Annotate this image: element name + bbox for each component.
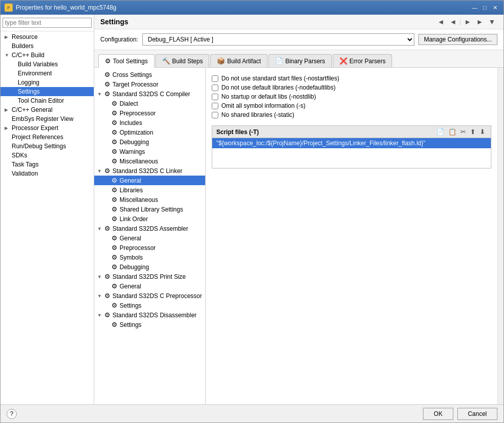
tool-item-label-miscellaneous: Miscellaneous: [120, 158, 158, 165]
sidebar-item-logging[interactable]: Logging: [1, 78, 94, 87]
tool-item-std_s32ds_print_size[interactable]: ▼⚙Standard S32DS Print Size: [94, 272, 205, 281]
tool-item-settings[interactable]: ⚙Settings: [94, 301, 205, 310]
sidebar-item-c_cpp_build[interactable]: ▼C/C++ Build: [1, 51, 94, 60]
tool-item-label-dialect: Dialect: [120, 100, 138, 107]
menu-button[interactable]: ▼: [486, 17, 497, 27]
scrollbar[interactable]: [497, 68, 503, 404]
tool-item-includes[interactable]: ⚙Includes: [94, 118, 205, 128]
ok-button[interactable]: OK: [423, 408, 453, 420]
checkbox-0[interactable]: [212, 75, 218, 82]
sidebar-item-validation[interactable]: Validation: [1, 169, 94, 178]
tool-item-miscellaneous2[interactable]: ⚙Miscellaneous: [94, 195, 205, 204]
left-panel: ▶ResourceBuilders▼C/C++ BuildBuild Varia…: [1, 15, 94, 404]
tool-item-label-debugging2: Debugging: [120, 264, 149, 271]
tool-item-debugging[interactable]: ⚙Debugging: [94, 137, 205, 147]
tool-item-target_processor[interactable]: ⚙Target Processor: [94, 79, 205, 89]
forward-button[interactable]: ►: [462, 17, 473, 27]
config-select[interactable]: Debug_FLASH [ Active ]: [142, 33, 414, 46]
tree-arrow-c_cpp_general: ▶: [5, 107, 10, 112]
sidebar-item-label: Validation: [12, 170, 38, 177]
settings-header: Settings: [100, 18, 128, 26]
tool-item-cross_settings[interactable]: ⚙Cross Settings: [94, 70, 205, 79]
sidebar-item-embsys[interactable]: EmbSys Register View: [1, 114, 94, 123]
close-button[interactable]: ✕: [490, 3, 499, 12]
sidebar-item-build_variables[interactable]: Build Variables: [1, 60, 94, 69]
sidebar-item-run_debug[interactable]: Run/Debug Settings: [1, 142, 94, 151]
checkbox-label-4: No shared libraries (-static): [221, 111, 294, 118]
sidebar-item-sdks[interactable]: SDKs: [1, 151, 94, 160]
tool-icon-std_s32ds_c_compiler: ⚙: [104, 90, 110, 98]
tool-item-general[interactable]: ⚙General: [94, 176, 205, 185]
checkbox-label-1: Do not use default libraries (-nodefault…: [221, 84, 335, 91]
manage-configurations-button[interactable]: Manage Configurations...: [418, 34, 497, 45]
tool-item-symbols[interactable]: ⚙Symbols: [94, 252, 205, 262]
tool-icon-std_s32ds_c_linker: ⚙: [104, 167, 110, 175]
script-tool-btn-4[interactable]: ⬇: [478, 128, 487, 136]
tab-build_steps[interactable]: 🔨Build Steps: [156, 54, 210, 67]
tool-item-std_s32ds_disassembler[interactable]: ▼⚙Standard S32DS Disassembler: [94, 310, 205, 320]
sidebar-item-builders[interactable]: Builders: [1, 41, 94, 51]
tool-item-settings2[interactable]: ⚙Settings: [94, 320, 205, 329]
tool-item-std_s32ds_c_compiler[interactable]: ▼⚙Standard S32DS C Compiler: [94, 89, 205, 99]
sidebar-item-settings[interactable]: Settings: [1, 87, 94, 96]
tab-build_artifact[interactable]: 📦Build Artifact: [210, 54, 267, 67]
tool-item-debugging2[interactable]: ⚙Debugging: [94, 262, 205, 272]
tool-icon-std_s32ds_print_size: ⚙: [104, 273, 110, 280]
tool-tree: ⚙Cross Settings⚙Target Processor▼⚙Standa…: [94, 68, 206, 404]
sidebar-item-c_cpp_general[interactable]: ▶C/C++ General: [1, 105, 94, 114]
tool-item-link_order[interactable]: ⚙Link Order: [94, 214, 205, 224]
tool-item-label-std_s32ds_print_size: Standard S32DS Print Size: [112, 273, 186, 280]
script-tool-btn-1[interactable]: 📋: [447, 128, 458, 136]
window-title: Properties for hello_world_mpc5748g: [16, 4, 117, 11]
script-tool-btn-2[interactable]: ✂: [459, 128, 468, 136]
sidebar-item-project_references[interactable]: Project References: [1, 133, 94, 142]
tool-item-preprocessor2[interactable]: ⚙Preprocessor: [94, 243, 205, 252]
checkbox-1[interactable]: [212, 84, 218, 91]
tab-tool_settings[interactable]: ⚙Tool Settings: [98, 54, 154, 68]
tool-icon-cross_settings: ⚙: [104, 71, 110, 78]
sidebar-item-label: Build Variables: [18, 61, 58, 68]
sidebar-item-resource[interactable]: ▶Resource: [1, 32, 94, 41]
tool-item-label-settings: Settings: [120, 302, 141, 309]
tool-item-warnings[interactable]: ⚙Warnings: [94, 147, 205, 156]
filter-input[interactable]: [3, 18, 92, 28]
tool-icon-general: ⚙: [111, 177, 118, 184]
checkbox-2[interactable]: [212, 94, 218, 100]
tab-icon-tool_settings: ⚙: [105, 57, 111, 65]
back-button2[interactable]: ◄: [447, 17, 458, 27]
tool-item-general2[interactable]: ⚙General: [94, 233, 205, 243]
bottom-bar: ? OK Cancel: [1, 404, 503, 422]
help-button[interactable]: ?: [7, 409, 17, 419]
panel-body: ⚙Cross Settings⚙Target Processor▼⚙Standa…: [94, 68, 503, 404]
tool-item-std_s32ds_c_preprocessor[interactable]: ▼⚙Standard S32DS C Preprocessor: [94, 291, 205, 301]
sidebar-item-environment[interactable]: Environment: [1, 69, 94, 78]
back-button[interactable]: ◄: [436, 17, 447, 27]
tab-error_parsers[interactable]: ❌Error Parsers: [333, 54, 392, 67]
script-tool-btn-0[interactable]: 📄: [435, 128, 446, 136]
sidebar-item-tool_chain_editor[interactable]: Tool Chain Editor: [1, 96, 94, 105]
tool-item-optimization[interactable]: ⚙Optimization: [94, 128, 205, 137]
tool-item-shared_library[interactable]: ⚙Shared Library Settings: [94, 204, 205, 214]
minimize-button[interactable]: —: [470, 3, 479, 12]
tool-item-std_s32ds_assembler[interactable]: ▼⚙Standard S32DS Assembler: [94, 224, 205, 233]
script-tool-btn-3[interactable]: ⬆: [469, 128, 477, 136]
tool-item-preprocessor[interactable]: ⚙Preprocessor: [94, 108, 205, 118]
script-file-item-0[interactable]: "${workspace_loc:/${ProjName}/Project_Se…: [212, 138, 491, 148]
tool-icon-settings: ⚙: [111, 302, 118, 309]
checkbox-3[interactable]: [212, 103, 218, 109]
sidebar-item-processor_expert[interactable]: ▶Processor Expert: [1, 123, 94, 133]
tool-item-miscellaneous[interactable]: ⚙Miscellaneous: [94, 156, 205, 166]
tab-binary_parsers[interactable]: 📄Binary Parsers: [268, 54, 332, 67]
sidebar-item-task_tags[interactable]: Task Tags: [1, 160, 94, 169]
tool-arrow-std_s32ds_c_compiler: ▼: [97, 92, 102, 97]
tool-item-std_s32ds_c_linker[interactable]: ▼⚙Standard S32DS C Linker: [94, 166, 205, 176]
tool-item-libraries[interactable]: ⚙Libraries: [94, 185, 205, 195]
checkbox-4[interactable]: [212, 112, 218, 118]
forward-button2[interactable]: ►: [474, 17, 485, 27]
tool-item-general3[interactable]: ⚙General: [94, 281, 205, 291]
maximize-button[interactable]: □: [480, 3, 489, 12]
sidebar-item-label: EmbSys Register View: [12, 115, 73, 122]
tab-label-tool_settings: Tool Settings: [113, 58, 148, 65]
cancel-button[interactable]: Cancel: [457, 408, 497, 420]
tool-item-dialect[interactable]: ⚙Dialect: [94, 99, 205, 108]
